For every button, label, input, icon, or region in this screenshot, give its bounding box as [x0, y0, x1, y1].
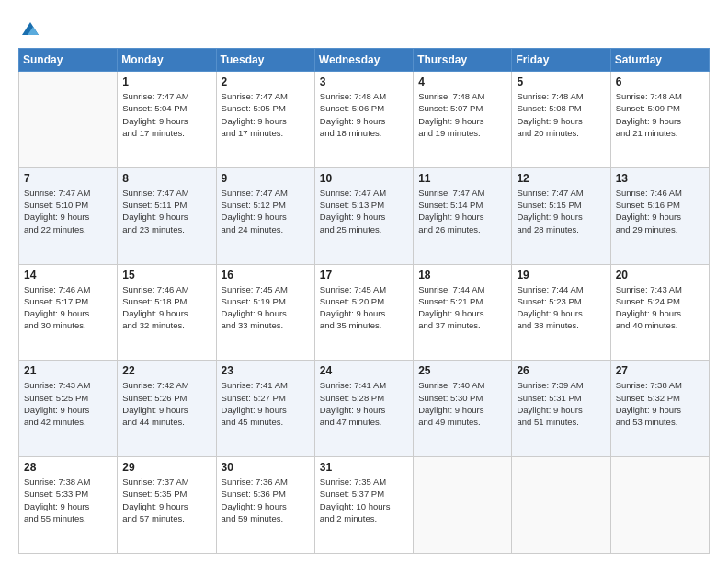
calendar-cell: 8Sunrise: 7:47 AMSunset: 5:11 PMDaylight… [118, 167, 216, 264]
day-number: 29 [122, 461, 210, 474]
daylight-text-2: and 59 minutes. [222, 513, 284, 523]
day-info: Sunrise: 7:43 AMSunset: 5:25 PMDaylight:… [24, 379, 112, 428]
daylight-text-1: Daylight: 9 hours [320, 308, 385, 318]
sunrise-text: Sunrise: 7:42 AM [122, 380, 188, 390]
day-number: 10 [320, 172, 408, 185]
sunset-text: Sunset: 5:21 PM [418, 296, 483, 306]
daylight-text-2: and 17 minutes. [122, 128, 185, 138]
day-number: 6 [616, 75, 704, 88]
calendar-cell: 5Sunrise: 7:48 AMSunset: 5:08 PMDaylight… [512, 72, 610, 168]
sunrise-text: Sunrise: 7:46 AM [122, 284, 188, 294]
calendar-cell: 31Sunrise: 7:35 AMSunset: 5:37 PMDayligh… [314, 457, 413, 554]
daylight-text-1: Daylight: 9 hours [24, 308, 89, 318]
sunrise-text: Sunrise: 7:37 AM [122, 477, 188, 487]
day-info: Sunrise: 7:47 AMSunset: 5:15 PMDaylight:… [517, 187, 605, 236]
sunrise-text: Sunrise: 7:41 AM [222, 380, 288, 390]
daylight-text-1: Daylight: 9 hours [24, 405, 89, 415]
sunset-text: Sunset: 5:28 PM [320, 393, 384, 403]
daylight-text-2: and 26 minutes. [418, 224, 481, 235]
day-number: 24 [320, 364, 408, 377]
daylight-text-2: and 24 minutes. [222, 224, 284, 235]
week-row-1: 7Sunrise: 7:47 AMSunset: 5:10 PMDaylight… [19, 167, 710, 264]
day-number: 2 [222, 75, 310, 88]
day-info: Sunrise: 7:38 AMSunset: 5:33 PMDaylight:… [24, 476, 112, 524]
sunrise-text: Sunrise: 7:39 AM [517, 380, 583, 390]
daylight-text-1: Daylight: 9 hours [24, 212, 89, 222]
calendar-cell: 13Sunrise: 7:46 AMSunset: 5:16 PMDayligh… [610, 167, 709, 264]
calendar-cell: 29Sunrise: 7:37 AMSunset: 5:35 PMDayligh… [118, 457, 216, 554]
calendar-cell [512, 457, 610, 554]
daylight-text-2: and 53 minutes. [616, 417, 678, 427]
daylight-text-2: and 44 minutes. [122, 417, 185, 427]
calendar-cell: 25Sunrise: 7:40 AMSunset: 5:30 PMDayligh… [414, 361, 512, 457]
day-info: Sunrise: 7:43 AMSunset: 5:24 PMDaylight:… [616, 283, 704, 332]
day-info: Sunrise: 7:39 AMSunset: 5:31 PMDaylight:… [517, 379, 605, 428]
sunrise-text: Sunrise: 7:36 AM [222, 477, 288, 487]
sunrise-text: Sunrise: 7:46 AM [616, 188, 682, 198]
day-number: 17 [320, 269, 408, 282]
calendar-cell: 11Sunrise: 7:47 AMSunset: 5:14 PMDayligh… [414, 167, 512, 264]
weekday-header-row: SundayMondayTuesdayWednesdayThursdayFrid… [19, 49, 710, 72]
calendar-cell: 18Sunrise: 7:44 AMSunset: 5:21 PMDayligh… [414, 264, 512, 361]
calendar-cell: 23Sunrise: 7:41 AMSunset: 5:27 PMDayligh… [216, 361, 314, 457]
day-info: Sunrise: 7:47 AMSunset: 5:05 PMDaylight:… [222, 90, 310, 139]
day-number: 14 [24, 269, 112, 282]
day-number: 11 [418, 172, 506, 185]
sunrise-text: Sunrise: 7:47 AM [418, 188, 484, 198]
day-info: Sunrise: 7:41 AMSunset: 5:28 PMDaylight:… [320, 379, 408, 428]
day-info: Sunrise: 7:40 AMSunset: 5:30 PMDaylight:… [418, 379, 506, 428]
daylight-text-1: Daylight: 9 hours [320, 405, 385, 415]
day-number: 26 [517, 364, 605, 377]
daylight-text-2: and 2 minutes. [320, 513, 377, 523]
calendar-cell: 16Sunrise: 7:45 AMSunset: 5:19 PMDayligh… [216, 264, 314, 361]
calendar-cell: 2Sunrise: 7:47 AMSunset: 5:05 PMDaylight… [216, 72, 314, 168]
calendar-cell: 1Sunrise: 7:47 AMSunset: 5:04 PMDaylight… [118, 72, 216, 168]
sunrise-text: Sunrise: 7:47 AM [122, 188, 188, 198]
day-info: Sunrise: 7:47 AMSunset: 5:10 PMDaylight:… [24, 187, 112, 236]
daylight-text-2: and 37 minutes. [418, 320, 481, 330]
sunset-text: Sunset: 5:11 PM [122, 200, 187, 210]
daylight-text-2: and 22 minutes. [24, 224, 86, 235]
sunrise-text: Sunrise: 7:45 AM [222, 284, 288, 294]
calendar-cell: 6Sunrise: 7:48 AMSunset: 5:09 PMDaylight… [610, 72, 709, 168]
sunset-text: Sunset: 5:06 PM [320, 103, 384, 113]
sunset-text: Sunset: 5:37 PM [320, 488, 384, 499]
daylight-text-2: and 33 minutes. [222, 320, 284, 330]
calendar-cell: 3Sunrise: 7:48 AMSunset: 5:06 PMDaylight… [314, 72, 413, 168]
daylight-text-1: Daylight: 9 hours [418, 116, 483, 126]
day-number: 30 [222, 461, 310, 474]
calendar-cell: 7Sunrise: 7:47 AMSunset: 5:10 PMDaylight… [19, 167, 118, 264]
sunrise-text: Sunrise: 7:48 AM [418, 91, 484, 101]
logo-icon [20, 18, 40, 39]
daylight-text-2: and 35 minutes. [320, 320, 382, 330]
day-info: Sunrise: 7:44 AMSunset: 5:21 PMDaylight:… [418, 283, 506, 332]
daylight-text-1: Daylight: 9 hours [222, 308, 287, 318]
weekday-header-wednesday: Wednesday [314, 49, 413, 72]
sunrise-text: Sunrise: 7:48 AM [517, 91, 583, 101]
day-info: Sunrise: 7:38 AMSunset: 5:32 PMDaylight:… [616, 379, 704, 428]
sunrise-text: Sunrise: 7:44 AM [418, 284, 484, 294]
day-number: 1 [122, 75, 210, 88]
daylight-text-2: and 20 minutes. [517, 128, 579, 138]
day-info: Sunrise: 7:47 AMSunset: 5:14 PMDaylight:… [418, 187, 506, 236]
sunrise-text: Sunrise: 7:47 AM [517, 188, 583, 198]
day-number: 21 [24, 364, 112, 377]
calendar-cell: 26Sunrise: 7:39 AMSunset: 5:31 PMDayligh… [512, 361, 610, 457]
daylight-text-1: Daylight: 9 hours [122, 116, 188, 126]
calendar-cell: 30Sunrise: 7:36 AMSunset: 5:36 PMDayligh… [216, 457, 314, 554]
day-number: 19 [517, 269, 605, 282]
daylight-text-2: and 47 minutes. [320, 417, 382, 427]
sunrise-text: Sunrise: 7:47 AM [24, 188, 90, 198]
day-info: Sunrise: 7:41 AMSunset: 5:27 PMDaylight:… [222, 379, 310, 428]
sunset-text: Sunset: 5:32 PM [616, 393, 680, 403]
weekday-header-saturday: Saturday [610, 49, 709, 72]
day-info: Sunrise: 7:48 AMSunset: 5:09 PMDaylight:… [616, 90, 704, 139]
daylight-text-1: Daylight: 9 hours [418, 308, 483, 318]
daylight-text-1: Daylight: 9 hours [616, 212, 681, 222]
sunrise-text: Sunrise: 7:43 AM [24, 380, 90, 390]
sunset-text: Sunset: 5:14 PM [418, 200, 483, 210]
calendar-cell: 9Sunrise: 7:47 AMSunset: 5:12 PMDaylight… [216, 167, 314, 264]
day-number: 7 [24, 172, 112, 185]
daylight-text-2: and 25 minutes. [320, 224, 382, 235]
sunset-text: Sunset: 5:04 PM [122, 103, 187, 113]
